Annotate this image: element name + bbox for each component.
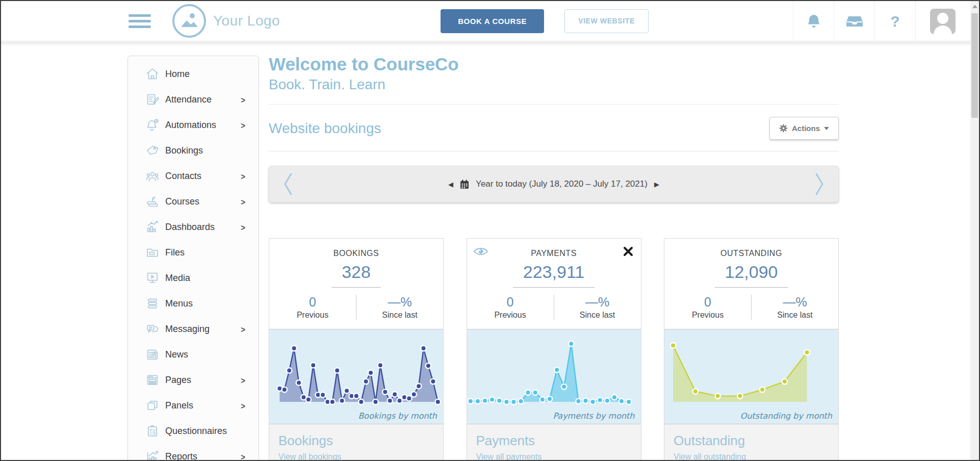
outstanding-chart: Outstanding by month bbox=[664, 329, 838, 424]
card-footer: Payments View all payments bbox=[467, 424, 641, 461]
automations-icon bbox=[145, 118, 160, 132]
notifications-bell-icon[interactable] bbox=[793, 1, 834, 41]
questionnaires-icon bbox=[145, 424, 160, 438]
view-all-outstanding-link[interactable]: View all outstanding bbox=[674, 452, 746, 461]
footer-title: Bookings bbox=[278, 433, 434, 449]
chart-caption: Bookings by month bbox=[358, 411, 437, 421]
previous-stat: 0 Previous bbox=[664, 295, 752, 320]
bookings-chart: Bookings by month bbox=[269, 329, 443, 424]
card-footer: Bookings View all bookings bbox=[269, 424, 443, 461]
section-title: Website bookings bbox=[269, 120, 381, 137]
actions-button[interactable]: Actions bbox=[769, 117, 839, 140]
next-period-icon[interactable]: ▶ bbox=[654, 181, 659, 188]
sidebar-item-questionnaires[interactable]: Questionnaires bbox=[128, 418, 259, 444]
page-scrollbar[interactable] bbox=[970, 1, 979, 460]
chevron-left-icon[interactable] bbox=[282, 172, 294, 196]
divider bbox=[269, 151, 839, 151]
sidebar-nav: Home Attendance > Automations > Bookings… bbox=[127, 56, 259, 461]
inbox-icon[interactable] bbox=[834, 1, 874, 41]
calendar-icon bbox=[460, 180, 469, 189]
card-value: 12,090 bbox=[715, 262, 788, 288]
chevron-right-icon: > bbox=[241, 171, 245, 181]
top-header: Your Logo BOOK A COURSE VIEW WEBSITE ? bbox=[1, 1, 979, 41]
eye-icon[interactable] bbox=[473, 246, 488, 259]
sidebar-item-reports[interactable]: Reports > bbox=[128, 444, 259, 461]
news-icon bbox=[145, 347, 160, 362]
card-footer: Outstanding View all outstanding bbox=[664, 424, 838, 461]
card-value: 328 bbox=[331, 262, 381, 288]
sidebar-item-bookings[interactable]: Bookings bbox=[128, 138, 259, 163]
close-icon[interactable] bbox=[623, 246, 634, 259]
home-icon bbox=[145, 67, 160, 81]
avatar-cell bbox=[915, 1, 969, 41]
previous-stat: 0 Previous bbox=[269, 295, 356, 320]
date-range-bar: ◀ Year to today (July 18, 2020 – July 17… bbox=[269, 166, 839, 202]
header-icon-group: ? bbox=[793, 1, 969, 41]
pages-icon bbox=[145, 373, 160, 387]
sidebar-item-contacts[interactable]: Contacts > bbox=[128, 163, 259, 189]
divider bbox=[269, 104, 839, 105]
change-stat: —% Since last bbox=[356, 295, 443, 320]
view-all-payments-link[interactable]: View all payments bbox=[476, 452, 542, 461]
card-title: PAYMENTS bbox=[467, 249, 641, 258]
menus-icon bbox=[145, 296, 160, 311]
chart-caption: Payments by month bbox=[553, 411, 634, 421]
scrollbar-thumb[interactable] bbox=[971, 13, 978, 118]
sidebar-item-home[interactable]: Home bbox=[128, 61, 259, 87]
media-icon bbox=[145, 271, 160, 285]
messaging-icon bbox=[145, 322, 160, 336]
view-all-bookings-link[interactable]: View all bookings bbox=[278, 452, 341, 461]
sidebar-item-menus[interactable]: Menus bbox=[128, 291, 259, 316]
chart-caption: Outstanding by month bbox=[740, 411, 832, 421]
chevron-right-icon[interactable] bbox=[814, 172, 825, 196]
date-range-label[interactable]: Year to today (July 18, 2020 – July 17, … bbox=[476, 179, 648, 189]
page-title: Welcome to CourseCo bbox=[269, 54, 839, 74]
book-a-course-button[interactable]: BOOK A COURSE bbox=[441, 9, 544, 33]
chevron-right-icon: > bbox=[241, 120, 245, 130]
sidebar-item-courses[interactable]: Courses > bbox=[128, 189, 259, 214]
sidebar-item-dashboards[interactable]: Dashboards > bbox=[128, 214, 259, 240]
footer-title: Payments bbox=[476, 433, 632, 449]
hamburger-menu-icon[interactable] bbox=[128, 11, 151, 31]
caret-down-icon bbox=[824, 127, 829, 130]
logo-text: Your Logo bbox=[213, 13, 280, 29]
app-window: Your Logo BOOK A COURSE VIEW WEBSITE ? bbox=[0, 0, 980, 461]
avatar[interactable] bbox=[930, 9, 956, 34]
sidebar-item-news[interactable]: News bbox=[128, 342, 259, 367]
page-subtitle: Book. Train. Learn bbox=[269, 76, 839, 93]
chevron-right-icon: > bbox=[241, 324, 245, 334]
previous-stat: 0 Previous bbox=[467, 295, 554, 320]
courses-icon bbox=[145, 194, 160, 209]
sidebar-item-automations[interactable]: Automations > bbox=[128, 112, 259, 138]
chevron-right-icon: > bbox=[241, 375, 245, 385]
sidebar-item-panels[interactable]: Panels > bbox=[128, 393, 259, 418]
stat-cards-row: BOOKINGS 328 0 Previous —% Since last Bo… bbox=[269, 238, 839, 461]
panels-icon bbox=[145, 398, 160, 413]
header-shadow bbox=[1, 42, 979, 46]
chevron-right-icon: > bbox=[241, 94, 245, 105]
card-value: 223,911 bbox=[513, 262, 595, 288]
sidebar-item-media[interactable]: Media bbox=[128, 265, 259, 291]
previous-period-icon[interactable]: ◀ bbox=[448, 181, 453, 188]
help-icon[interactable]: ? bbox=[874, 1, 915, 41]
scroll-up-arrow[interactable] bbox=[972, 5, 977, 8]
outstanding-card: OUTSTANDING 12,090 0 Previous —% Since l… bbox=[664, 238, 839, 461]
date-range-center: ◀ Year to today (July 18, 2020 – July 17… bbox=[448, 179, 659, 189]
sidebar-item-attendance[interactable]: Attendance > bbox=[128, 87, 259, 112]
main-content: Welcome to CourseCo Book. Train. Learn W… bbox=[269, 42, 839, 461]
sidebar-item-messaging[interactable]: Messaging > bbox=[128, 316, 259, 342]
chevron-right-icon: > bbox=[241, 196, 245, 207]
card-title: OUTSTANDING bbox=[664, 249, 838, 258]
bookings-icon bbox=[145, 143, 160, 158]
chevron-right-icon: > bbox=[241, 451, 245, 461]
logo[interactable]: Your Logo bbox=[172, 4, 280, 38]
chevron-right-icon: > bbox=[241, 400, 245, 411]
sidebar-item-files[interactable]: Files bbox=[128, 240, 259, 265]
dashboards-icon bbox=[145, 220, 160, 234]
view-website-button[interactable]: VIEW WEBSITE bbox=[564, 9, 649, 33]
card-title: BOOKINGS bbox=[269, 249, 443, 258]
sidebar-item-pages[interactable]: Pages > bbox=[128, 367, 259, 393]
footer-title: Outstanding bbox=[674, 433, 829, 449]
chevron-right-icon: > bbox=[241, 222, 245, 232]
change-stat: —% Since last bbox=[752, 295, 838, 320]
